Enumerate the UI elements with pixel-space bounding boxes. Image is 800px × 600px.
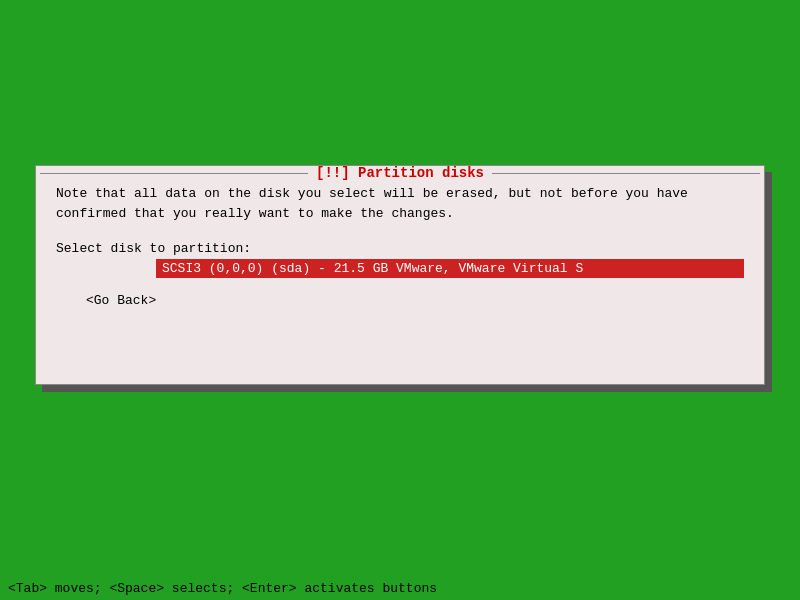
dialog-title-bar: [!!] Partition disks xyxy=(36,165,764,181)
dialog-content: Note that all data on the disk you selec… xyxy=(36,166,764,318)
status-bar: <Tab> moves; <Space> selects; <Enter> ac… xyxy=(0,576,800,600)
disk-option[interactable]: SCSI3 (0,0,0) (sda) - 21.5 GB VMware, VM… xyxy=(156,259,744,278)
title-line-right xyxy=(492,173,760,174)
title-line-left xyxy=(40,173,308,174)
go-back-button[interactable]: <Go Back> xyxy=(86,293,156,308)
select-label: Select disk to partition: xyxy=(56,239,744,259)
dialog-title: [!!] Partition disks xyxy=(312,165,488,181)
dialog-box: [!!] Partition disks Note that all data … xyxy=(35,165,765,385)
message-line2: confirmed that you really want to make t… xyxy=(56,204,744,224)
status-text: <Tab> moves; <Space> selects; <Enter> ac… xyxy=(8,581,437,596)
message-line1: Note that all data on the disk you selec… xyxy=(56,184,744,204)
